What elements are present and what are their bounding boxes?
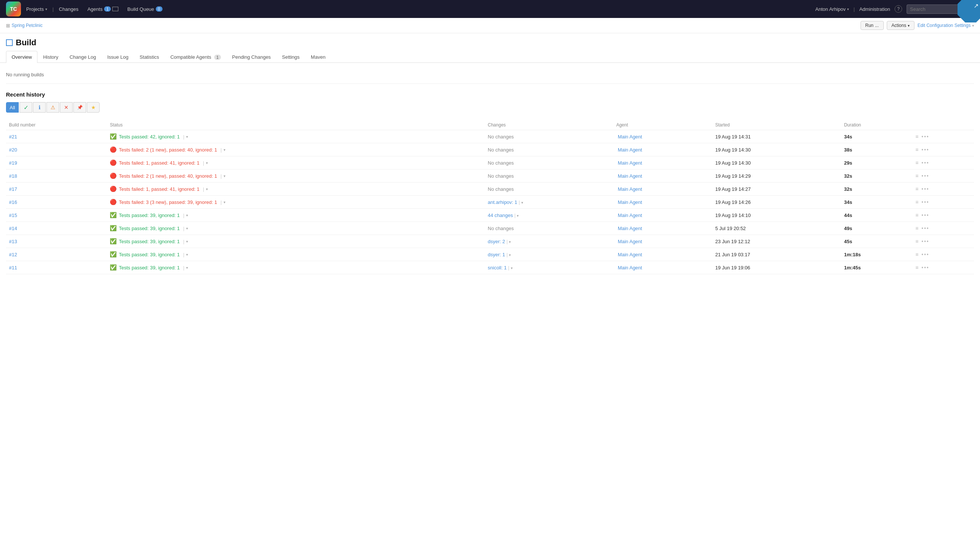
changes-dropdown[interactable]: ▾ xyxy=(517,214,519,218)
changes-dropdown[interactable]: ▾ xyxy=(521,200,523,205)
build-log-icon[interactable]: ≡ xyxy=(916,186,919,192)
filter-pinned[interactable]: 📌 xyxy=(73,102,86,113)
status-text[interactable]: Tests failed: 1, passed: 41, ignored: 1 xyxy=(119,160,199,166)
status-text[interactable]: Tests failed: 2 (1 new), passed: 40, ign… xyxy=(119,173,217,179)
filter-failed[interactable]: ✕ xyxy=(60,102,73,113)
nav-item-build-queue[interactable]: Build Queue 0 xyxy=(124,4,166,14)
more-actions-icon[interactable]: ••• xyxy=(921,265,929,271)
status-dropdown[interactable]: ▾ xyxy=(224,174,226,178)
agent-link[interactable]: Main Agent xyxy=(618,173,642,179)
status-text[interactable]: Tests failed: 1, passed: 41, ignored: 1 xyxy=(119,186,199,192)
build-number-link[interactable]: #13 xyxy=(9,239,17,244)
build-number-link[interactable]: #20 xyxy=(9,147,17,153)
nav-item-agents[interactable]: Agents 1 xyxy=(84,4,122,14)
tab-settings[interactable]: Settings xyxy=(276,51,305,63)
run-button[interactable]: Run ... xyxy=(861,21,884,30)
help-button[interactable]: ? xyxy=(895,5,902,13)
changes-link[interactable]: dsyer: 1 xyxy=(488,252,505,257)
build-number-link[interactable]: #19 xyxy=(9,160,17,166)
build-log-icon[interactable]: ≡ xyxy=(916,147,919,153)
tab-maven[interactable]: Maven xyxy=(305,51,331,63)
status-dropdown[interactable]: ▾ xyxy=(186,135,188,139)
tab-changelog[interactable]: Change Log xyxy=(64,51,102,63)
more-actions-icon[interactable]: ••• xyxy=(921,133,929,140)
changes-link[interactable]: ant.arhipov: 1 xyxy=(488,200,517,205)
tab-overview[interactable]: Overview xyxy=(6,51,37,63)
edit-config-link[interactable]: Edit Configuration Settings ▾ xyxy=(918,23,974,28)
filter-warning[interactable]: ⚠ xyxy=(46,102,59,113)
build-log-icon[interactable]: ≡ xyxy=(916,212,919,218)
build-log-icon[interactable]: ≡ xyxy=(916,251,919,257)
agent-link[interactable]: Main Agent xyxy=(618,225,642,231)
agent-link[interactable]: Main Agent xyxy=(618,147,642,153)
more-actions-icon[interactable]: ••• xyxy=(921,225,929,231)
build-log-icon[interactable]: ≡ xyxy=(916,199,919,205)
filter-passed[interactable]: ✓ xyxy=(19,102,32,113)
tab-statistics[interactable]: Statistics xyxy=(134,51,165,63)
status-dropdown[interactable]: ▾ xyxy=(186,213,188,217)
breadcrumb-link[interactable]: Spring Petclinic xyxy=(12,23,43,28)
status-dropdown[interactable]: ▾ xyxy=(224,200,226,204)
build-log-icon[interactable]: ≡ xyxy=(916,225,919,231)
more-actions-icon[interactable]: ••• xyxy=(921,199,929,205)
status-dropdown[interactable]: ▾ xyxy=(186,252,188,257)
logo[interactable]: TC xyxy=(6,2,21,16)
changes-dropdown[interactable]: ▾ xyxy=(509,240,511,244)
status-dropdown[interactable]: ▾ xyxy=(186,240,188,244)
tab-history[interactable]: History xyxy=(37,51,64,63)
changes-dropdown[interactable]: ▾ xyxy=(509,253,511,257)
build-log-icon[interactable]: ≡ xyxy=(916,238,919,244)
status-dropdown[interactable]: ▾ xyxy=(186,266,188,270)
more-actions-icon[interactable]: ••• xyxy=(921,147,929,153)
status-text[interactable]: Tests failed: 2 (1 new), passed: 40, ign… xyxy=(119,147,217,153)
more-actions-icon[interactable]: ••• xyxy=(921,238,929,244)
agent-link[interactable]: Main Agent xyxy=(618,134,642,140)
filter-info[interactable]: ℹ xyxy=(33,102,46,113)
tab-pending-changes[interactable]: Pending Changes xyxy=(227,51,276,63)
more-actions-icon[interactable]: ••• xyxy=(921,160,929,166)
build-number-link[interactable]: #11 xyxy=(9,265,17,271)
agent-link[interactable]: Main Agent xyxy=(618,160,642,166)
actions-button[interactable]: Actions ▾ xyxy=(887,21,915,30)
changes-link[interactable]: 44 changes xyxy=(488,213,513,218)
user-menu[interactable]: Anton Arhipov ▾ xyxy=(815,6,849,12)
status-text[interactable]: Tests passed: 39, ignored: 1 xyxy=(119,225,180,231)
status-dropdown[interactable]: ▾ xyxy=(224,148,226,152)
build-log-icon[interactable]: ≡ xyxy=(916,160,919,166)
agent-link[interactable]: Main Agent xyxy=(618,213,642,218)
build-number-link[interactable]: #18 xyxy=(9,173,17,179)
admin-link[interactable]: Administration xyxy=(859,6,890,12)
build-log-icon[interactable]: ≡ xyxy=(916,133,919,140)
status-text[interactable]: Tests passed: 39, ignored: 1 xyxy=(119,239,180,244)
build-number-link[interactable]: #14 xyxy=(9,225,17,231)
nav-item-changes[interactable]: Changes xyxy=(55,4,82,14)
build-log-icon[interactable]: ≡ xyxy=(916,265,919,271)
filter-all[interactable]: All xyxy=(6,102,19,113)
changes-link[interactable]: snicoll: 1 xyxy=(488,265,507,271)
status-dropdown[interactable]: ▾ xyxy=(186,226,188,230)
status-text[interactable]: Tests failed: 3 (3 new), passed: 39, ign… xyxy=(119,200,217,205)
build-number-link[interactable]: #12 xyxy=(9,252,17,257)
more-actions-icon[interactable]: ••• xyxy=(921,251,929,257)
changes-dropdown[interactable]: ▾ xyxy=(511,266,513,270)
status-text[interactable]: Tests passed: 42, ignored: 1 xyxy=(119,134,180,140)
status-text[interactable]: Tests passed: 39, ignored: 1 xyxy=(119,265,180,271)
status-dropdown[interactable]: ▾ xyxy=(206,187,208,191)
more-actions-icon[interactable]: ••• xyxy=(921,173,929,179)
tab-compatible-agents[interactable]: Compatible Agents 1 xyxy=(165,51,227,63)
changes-link[interactable]: dsyer: 2 xyxy=(488,239,505,244)
build-number-link[interactable]: #17 xyxy=(9,186,17,192)
build-number-link[interactable]: #15 xyxy=(9,213,17,218)
build-number-link[interactable]: #16 xyxy=(9,200,17,205)
agent-link[interactable]: Main Agent xyxy=(618,265,642,271)
status-text[interactable]: Tests passed: 39, ignored: 1 xyxy=(119,213,180,218)
build-log-icon[interactable]: ≡ xyxy=(916,173,919,179)
agent-link[interactable]: Main Agent xyxy=(618,239,642,244)
agent-link[interactable]: Main Agent xyxy=(618,252,642,257)
nav-item-projects[interactable]: Projects ▾ xyxy=(22,4,51,14)
build-number-link[interactable]: #21 xyxy=(9,134,17,140)
more-actions-icon[interactable]: ••• xyxy=(921,186,929,192)
filter-starred[interactable]: ★ xyxy=(87,102,100,113)
tab-issuelog[interactable]: Issue Log xyxy=(102,51,134,63)
agent-link[interactable]: Main Agent xyxy=(618,200,642,205)
